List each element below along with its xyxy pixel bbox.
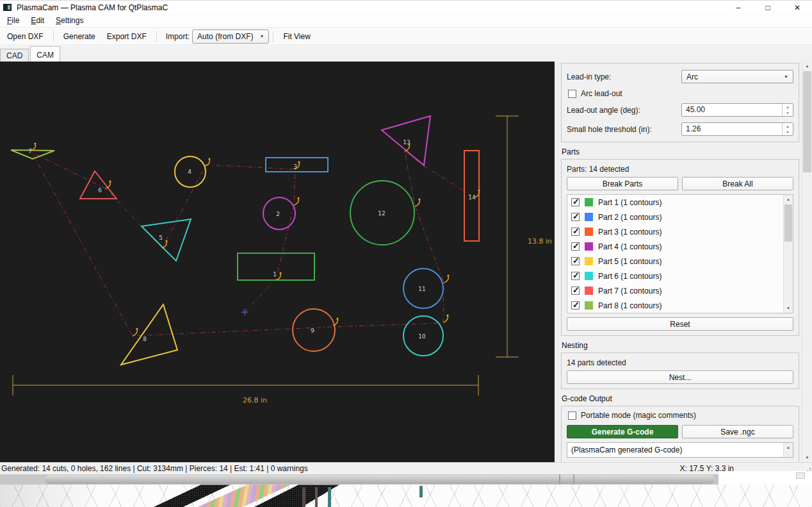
part-color-swatch	[585, 213, 593, 221]
gcode-preview[interactable]: (PlasmaCam generated G-code) ▲	[567, 442, 793, 458]
scroll-up-icon[interactable]: ▲	[784, 443, 793, 451]
break-all-button[interactable]: Break All	[682, 177, 793, 190]
lead-out-angle-value: 45.00	[682, 104, 782, 116]
lead-settings-group: Lead-in type: Arc ▼ Arc lead-out Lead-ou…	[561, 63, 799, 142]
part-row[interactable]: Part 1 (1 contours)	[567, 195, 793, 210]
part-color-swatch	[585, 301, 593, 310]
part-row[interactable]: Part 2 (1 contours)	[567, 210, 793, 224]
app-window: PlasmaCam — Plasma CAM for QtPlasmaC – □…	[0, 0, 812, 507]
gcode-preview-text: (PlasmaCam generated G-code)	[571, 445, 682, 454]
part-row[interactable]: Part 7 (1 contours)	[567, 283, 793, 298]
lead-in-arc	[415, 199, 419, 206]
spin-up-icon[interactable]: ▲	[783, 123, 793, 129]
nesting-group: 14 parts detected Nest...	[561, 353, 799, 389]
arc-lead-out-label: Arc lead-out	[581, 89, 622, 98]
small-hole-threshold-value: 1.26	[682, 123, 782, 135]
spin-up-icon[interactable]: ▲	[783, 104, 793, 110]
part-checkbox[interactable]	[571, 301, 580, 310]
lead-in-arc	[294, 198, 298, 205]
toolbar-separator	[53, 31, 54, 42]
nest-button[interactable]: Nest...	[567, 370, 793, 384]
parts-list[interactable]: Part 1 (1 contours)Part 2 (1 contours)Pa…	[567, 194, 793, 313]
menu-file[interactable]: File	[1, 15, 25, 26]
height-dimension-line	[496, 116, 519, 357]
chevron-down-icon: ▼	[259, 34, 264, 38]
generate-button[interactable]: Generate	[58, 29, 101, 44]
lead-out-angle-spinbox[interactable]: 45.00 ▲▼	[681, 103, 793, 117]
bridge-post	[419, 486, 423, 497]
gcode-group-label: G-code Output	[562, 394, 799, 403]
lead-in-type-select[interactable]: Arc ▼	[681, 70, 793, 83]
maximize-button[interactable]: □	[753, 1, 783, 15]
scroll-up-icon[interactable]: ▲	[802, 61, 812, 71]
width-dimension-line	[13, 375, 478, 395]
part-row[interactable]: Part 4 (1 contours)	[567, 239, 793, 254]
part-color-swatch	[585, 198, 593, 206]
part-checkbox[interactable]	[571, 287, 580, 295]
status-bar: Generated: 14 cuts, 0 holes, 162 lines |…	[0, 462, 812, 474]
menu-edit[interactable]: Edit	[25, 15, 50, 26]
parts-list-scrollbar[interactable]: ▲ ▼	[783, 195, 793, 313]
window-controls: – □ ✕	[724, 1, 812, 15]
small-hole-threshold-spinbox[interactable]: 1.26 ▲▼	[681, 122, 793, 136]
part-row[interactable]: Part 5 (1 contours)	[567, 254, 793, 269]
scroll-down-icon[interactable]: ▼	[784, 304, 793, 313]
break-parts-button[interactable]: Break Parts	[567, 177, 678, 190]
import-mode-select[interactable]: Auto (from DXF) ▼	[192, 29, 269, 44]
part-number-label: 5	[159, 235, 163, 241]
gcode-scrollbar[interactable]: ▲	[783, 443, 793, 457]
part-row[interactable]: Part 8 (1 contours)	[567, 298, 793, 313]
parts-group: Parts: 14 detected Break Parts Break All…	[561, 159, 799, 336]
part-checkbox[interactable]	[571, 242, 580, 251]
lead-out-angle-label: Lead-out angle (deg):	[567, 106, 640, 115]
part-checkbox[interactable]	[571, 213, 580, 221]
scroll-down-icon[interactable]: ▼	[802, 453, 812, 462]
part-label: Part 1 (1 contours)	[598, 198, 662, 207]
part-label: Part 8 (1 contours)	[598, 301, 662, 310]
spin-down-icon[interactable]: ▼	[783, 110, 793, 117]
part-color-swatch	[585, 242, 593, 251]
status-text: Generated: 14 cuts, 0 holes, 162 lines |…	[0, 464, 308, 473]
minimize-button[interactable]: –	[724, 1, 753, 15]
part-row[interactable]: Part 3 (1 contours)	[567, 224, 793, 239]
part-row[interactable]: Part 6 (1 contours)	[567, 269, 793, 283]
part-checkbox[interactable]	[571, 228, 580, 236]
scrollbar-thumb[interactable]	[803, 71, 811, 172]
arc-lead-out-checkbox[interactable]	[568, 90, 576, 98]
part-label: Part 7 (1 contours)	[598, 287, 662, 295]
part-number-label: 9	[311, 328, 314, 334]
seam	[573, 474, 574, 485]
lead-in-start-dot	[446, 314, 448, 316]
save-ngc-button[interactable]: Save .ngc	[682, 425, 793, 438]
open-dxf-button[interactable]: Open DXF	[1, 29, 49, 44]
spin-down-icon[interactable]: ▼	[783, 129, 793, 136]
fit-view-button[interactable]: Fit View	[277, 29, 316, 44]
reset-button[interactable]: Reset	[567, 317, 793, 331]
part-number-label: 11	[418, 286, 425, 292]
bridge-post	[302, 487, 305, 507]
part-shape-7[interactable]	[11, 150, 54, 159]
part-checkbox[interactable]	[571, 272, 580, 280]
scrollbar-thumb[interactable]	[784, 204, 792, 242]
menu-settings[interactable]: Settings	[50, 15, 89, 26]
tab-cad[interactable]: CAD	[0, 49, 29, 62]
part-shape-8[interactable]	[121, 304, 177, 365]
background-3d-model	[154, 485, 346, 507]
part-checkbox[interactable]	[571, 257, 580, 265]
panel-scrollbar[interactable]: ▲ ▼	[802, 61, 812, 462]
tab-cam[interactable]: CAM	[30, 46, 60, 62]
cam-canvas[interactable]: 764532121314111109826.8 in13.8 in	[0, 62, 555, 462]
part-number-label: 12	[378, 210, 385, 217]
small-hole-threshold-label: Small hole threshold (in):	[567, 125, 652, 134]
nesting-group-label: Nesting	[562, 341, 799, 350]
export-dxf-button[interactable]: Export DXF	[101, 29, 152, 44]
part-checkbox[interactable]	[571, 198, 580, 206]
portable-mode-checkbox[interactable]	[568, 411, 576, 420]
close-button[interactable]: ✕	[783, 1, 812, 15]
lead-in-start-dot	[418, 198, 420, 200]
lead-in-start-dot	[34, 142, 36, 144]
generate-gcode-button[interactable]: Generate G-code	[567, 425, 678, 438]
background-window-icon	[796, 472, 805, 479]
scroll-up-icon[interactable]: ▲	[784, 195, 793, 204]
lead-in-start-dot	[109, 180, 111, 182]
